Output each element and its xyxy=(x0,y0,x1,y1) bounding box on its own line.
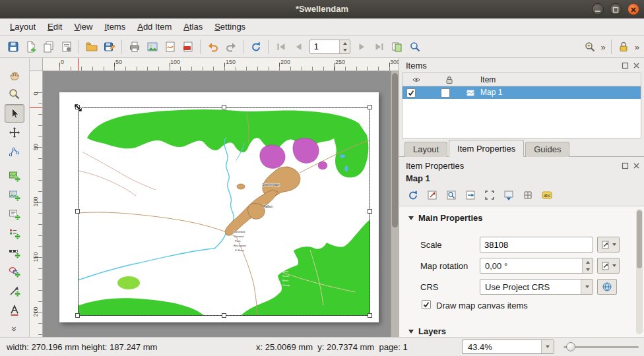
zoom-overflow-chevron[interactable]: » xyxy=(599,42,608,52)
properties-panel-close-button[interactable] xyxy=(632,162,641,170)
atlas-previous-button[interactable] xyxy=(290,38,307,55)
refresh-preview-button[interactable] xyxy=(404,187,422,202)
resize-handle-s[interactable] xyxy=(222,313,226,318)
atlas-settings-button[interactable] xyxy=(388,38,406,55)
scale-field[interactable] xyxy=(480,237,593,252)
view-extent-in-canvas-button[interactable] xyxy=(443,187,460,202)
menu-items[interactable]: Items xyxy=(98,19,131,34)
save-project-button[interactable] xyxy=(4,38,22,55)
zoom-in-button[interactable] xyxy=(581,38,599,56)
tab-layout[interactable]: Layout xyxy=(404,142,447,157)
zoom-dropdown-button[interactable] xyxy=(541,340,554,353)
close-button[interactable] xyxy=(628,3,639,15)
items-panel-float-button[interactable] xyxy=(621,61,629,70)
atlas-last-button[interactable] xyxy=(370,38,388,55)
add-arrow-tool[interactable] xyxy=(5,282,24,300)
add-label-tool[interactable] xyxy=(5,205,24,223)
interactive-extent-button[interactable] xyxy=(500,187,517,202)
pan-tool[interactable] xyxy=(5,66,24,84)
properties-panel-float-button[interactable] xyxy=(621,162,629,170)
canvas-vertical-scrollbar[interactable] xyxy=(391,71,399,337)
left-toolbar-overflow-chevron[interactable]: » xyxy=(9,326,20,332)
resize-handle-e[interactable] xyxy=(368,209,372,214)
menu-edit[interactable]: Edit xyxy=(42,19,68,34)
layout-manager-button[interactable] xyxy=(57,38,75,55)
labeling-settings-button[interactable]: abc xyxy=(538,187,556,202)
toolbar-separator xyxy=(79,40,79,54)
tab-guides[interactable]: Guides xyxy=(525,142,569,157)
properties-scrollbar[interactable] xyxy=(636,209,643,334)
menu-view[interactable]: View xyxy=(68,19,98,34)
main-properties-section-header[interactable]: Main Properties xyxy=(408,213,483,223)
scrollbar-thumb[interactable] xyxy=(392,73,398,227)
select-move-item-tool[interactable] xyxy=(5,104,24,123)
crs-combobox[interactable]: Use Project CRS xyxy=(480,279,593,295)
move-content-tool[interactable] xyxy=(5,123,24,142)
items-list: Item Map 1 xyxy=(402,73,641,138)
panels-overflow-chevron[interactable]: » xyxy=(633,42,641,52)
add-shape-tool[interactable] xyxy=(5,262,24,281)
item-visibility-checkbox[interactable] xyxy=(406,88,416,98)
redo-button[interactable] xyxy=(222,38,240,55)
zoom-slider[interactable] xyxy=(564,346,639,348)
export-svg-button[interactable] xyxy=(161,38,179,55)
scrollbar-thumb[interactable] xyxy=(637,210,642,268)
atlas-preview-button[interactable] xyxy=(406,38,424,55)
set-scale-to-canvas-button[interactable] xyxy=(462,187,479,202)
tab-item-properties[interactable]: Item Properties xyxy=(449,140,524,157)
add-legend-tool[interactable] xyxy=(5,224,24,243)
open-layout-button[interactable] xyxy=(82,38,100,55)
lock-layers-button[interactable] xyxy=(615,38,633,56)
add-html-frame-tool[interactable] xyxy=(5,301,24,319)
map-item[interactable]: Swellendam Railton Bontebok National Par… xyxy=(78,107,370,316)
menu-layout[interactable]: Layout xyxy=(4,19,42,34)
atlas-next-button[interactable] xyxy=(352,38,370,55)
crs-dropdown-button[interactable] xyxy=(581,280,593,294)
grid-settings-button[interactable] xyxy=(519,187,536,202)
save-as-button[interactable] xyxy=(100,38,118,55)
rotation-spinbox[interactable]: 0,00 ° xyxy=(480,258,593,274)
add-map-tool[interactable] xyxy=(5,167,24,185)
maximize-button[interactable] xyxy=(610,3,622,15)
atlas-page-field[interactable] xyxy=(309,40,350,54)
add-scalebar-tool[interactable] xyxy=(5,243,24,262)
zoom-slider-handle[interactable] xyxy=(566,342,575,351)
rotation-data-defined-button[interactable] xyxy=(597,258,620,274)
menu-add-item[interactable]: Add Item xyxy=(131,19,177,34)
resize-handle-n[interactable] xyxy=(222,105,226,109)
select-crs-button[interactable] xyxy=(597,279,617,295)
add-image-tool[interactable] xyxy=(5,186,24,204)
scale-data-defined-button[interactable] xyxy=(597,237,620,252)
draw-canvas-items-checkbox[interactable] xyxy=(422,300,431,309)
minimize-button[interactable] xyxy=(592,3,604,15)
set-extent-to-canvas-button[interactable] xyxy=(424,187,441,202)
atlas-first-button[interactable] xyxy=(272,38,290,55)
resize-handle-sw[interactable] xyxy=(75,313,80,318)
menu-settings[interactable]: Settings xyxy=(209,19,251,34)
undo-button[interactable] xyxy=(204,38,222,55)
extent-corners-button[interactable] xyxy=(481,187,498,202)
export-pdf-button[interactable] xyxy=(179,38,197,55)
title-bar: *Swellendam xyxy=(0,0,644,18)
layout-canvas[interactable]: Swellendam Railton Bontebok National Par… xyxy=(43,71,399,337)
menu-atlas[interactable]: Atlas xyxy=(177,19,209,34)
item-lock-checkbox[interactable] xyxy=(441,88,450,98)
atlas-page-spin[interactable] xyxy=(339,40,350,53)
rotation-spin-buttons[interactable] xyxy=(582,258,593,273)
new-layout-button[interactable] xyxy=(22,38,40,55)
resize-handle-ne[interactable] xyxy=(368,105,372,109)
edit-nodes-tool[interactable] xyxy=(5,142,24,161)
layers-section-header[interactable]: Layers xyxy=(408,326,446,336)
zoom-level-combobox[interactable]: 43.4% xyxy=(462,340,554,354)
refresh-view-button[interactable] xyxy=(247,38,265,55)
duplicate-layout-button[interactable] xyxy=(40,38,57,55)
resize-handle-w[interactable] xyxy=(75,209,80,214)
items-panel-close-button[interactable] xyxy=(632,61,641,70)
zoom-tool[interactable] xyxy=(5,85,24,104)
item-row-map1[interactable]: Map 1 xyxy=(402,86,641,99)
resize-handle-se[interactable] xyxy=(368,313,372,318)
scale-input[interactable] xyxy=(480,237,593,252)
export-image-button[interactable] xyxy=(143,38,161,55)
atlas-page-input[interactable] xyxy=(310,40,339,53)
print-button[interactable] xyxy=(125,38,143,55)
